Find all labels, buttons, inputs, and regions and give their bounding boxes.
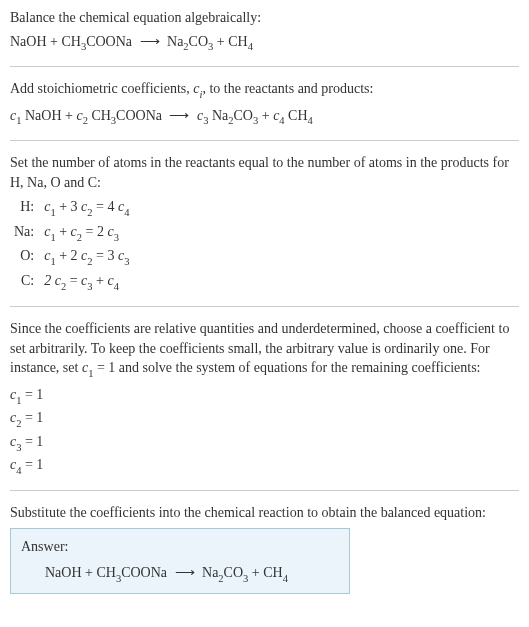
answer-label: Answer:	[21, 537, 339, 557]
divider	[10, 490, 519, 491]
solutions-list: c1 = 1 c2 = 1 c3 = 1 c4 = 1	[10, 385, 519, 478]
atom-balance-table: H: c1 + 3 c2 = 4 c4 Na: c1 + c2 = 2 c3 O…	[10, 196, 133, 294]
step1-text: Add stoichiometric coefficients, ci, to …	[10, 79, 519, 101]
balance-eq: c1 + 3 c2 = 4 c4	[40, 196, 133, 220]
element-label: O:	[10, 245, 40, 269]
divider	[10, 66, 519, 67]
divider	[10, 306, 519, 307]
table-row: Na: c1 + c2 = 2 c3	[10, 221, 133, 245]
balance-eq: 2 c2 = c3 + c4	[40, 270, 133, 294]
step4-text: Substitute the coefficients into the che…	[10, 503, 519, 523]
answer-equation: NaOH + CH3COONa ⟶ Na2CO3 + CH4	[21, 563, 339, 585]
answer-box: Answer: NaOH + CH3COONa ⟶ Na2CO3 + CH4	[10, 528, 350, 594]
intro-text: Balance the chemical equation algebraica…	[10, 8, 519, 28]
step2-section: Set the number of atoms in the reactants…	[10, 153, 519, 294]
table-row: O: c1 + 2 c2 = 3 c3	[10, 245, 133, 269]
step3-text: Since the coefficients are relative quan…	[10, 319, 519, 381]
element-label: C:	[10, 270, 40, 294]
solution-item: c2 = 1	[10, 408, 519, 430]
intro-eq-rhs: Na2CO3 + CH4	[167, 34, 253, 49]
arrow-icon: ⟶	[171, 565, 199, 580]
intro-section: Balance the chemical equation algebraica…	[10, 8, 519, 54]
intro-eq-lhs: NaOH + CH3COONa	[10, 34, 132, 49]
arrow-icon: ⟶	[136, 34, 164, 49]
balance-eq: c1 + 2 c2 = 3 c3	[40, 245, 133, 269]
step3-section: Since the coefficients are relative quan…	[10, 319, 519, 478]
step2-text: Set the number of atoms in the reactants…	[10, 153, 519, 192]
arrow-icon: ⟶	[165, 108, 193, 123]
intro-equation: NaOH + CH3COONa ⟶ Na2CO3 + CH4	[10, 32, 519, 54]
element-label: H:	[10, 196, 40, 220]
element-label: Na:	[10, 221, 40, 245]
step1-equation: c1 NaOH + c2 CH3COONa ⟶ c3 Na2CO3 + c4 C…	[10, 106, 519, 128]
divider	[10, 140, 519, 141]
step1-section: Add stoichiometric coefficients, ci, to …	[10, 79, 519, 128]
table-row: C: 2 c2 = c3 + c4	[10, 270, 133, 294]
table-row: H: c1 + 3 c2 = 4 c4	[10, 196, 133, 220]
balance-eq: c1 + c2 = 2 c3	[40, 221, 133, 245]
solution-item: c4 = 1	[10, 455, 519, 477]
solution-item: c1 = 1	[10, 385, 519, 407]
step4-section: Substitute the coefficients into the che…	[10, 503, 519, 595]
solution-item: c3 = 1	[10, 432, 519, 454]
